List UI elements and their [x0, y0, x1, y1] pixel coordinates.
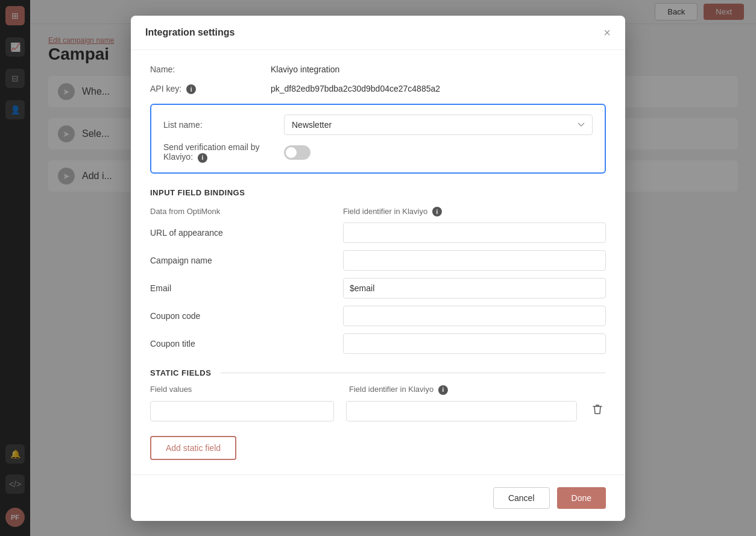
name-label: Name:	[150, 65, 271, 74]
api-key-label: API key: i	[150, 84, 271, 95]
static-field-value-input-1[interactable]	[150, 401, 334, 421]
name-value: Klaviyo integration	[271, 65, 339, 74]
field-identifier-header: Field identifier in Klaviyo i	[343, 207, 442, 217]
static-field-identifier-header: Field identifier in Klaviyo i	[349, 385, 448, 395]
add-static-field-button[interactable]: Add static field	[150, 436, 236, 460]
modal-title: Integration settings	[145, 27, 235, 38]
modal-footer: Cancel Done	[131, 475, 625, 521]
static-field-values-header: Field values	[150, 385, 337, 395]
list-name-label: List name:	[163, 120, 284, 130]
static-col-headers: Field values Field identifier in Klaviyo…	[150, 385, 606, 395]
static-fields-section: STATIC FIELDS Field values Field identif…	[150, 368, 606, 460]
close-button[interactable]: ×	[603, 27, 611, 39]
binding-row-coupon-code: Coupon code	[150, 306, 606, 326]
list-name-row: List name: Newsletter List 2 List 3	[163, 115, 593, 135]
input-bindings-section: INPUT FIELD BINDINGS Data from OptiMonk …	[150, 188, 606, 355]
api-key-row: API key: i pk_df82edb97bdba2c30d9bd04ce2…	[150, 84, 606, 95]
static-field-identifier-info-icon[interactable]: i	[438, 385, 448, 395]
field-identifier-info-icon[interactable]: i	[432, 207, 442, 216]
cancel-button[interactable]: Cancel	[493, 487, 550, 509]
done-button[interactable]: Done	[557, 487, 606, 509]
binding-label-campaign: Campaign name	[150, 256, 331, 265]
name-row: Name: Klaviyo integration	[150, 65, 606, 74]
data-from-header: Data from OptiMonk	[150, 207, 331, 217]
static-divider	[221, 373, 606, 373]
api-key-info-icon[interactable]: i	[186, 84, 196, 94]
trash-icon	[591, 403, 603, 415]
binding-input-url[interactable]	[343, 222, 606, 243]
send-verification-toggle[interactable]	[284, 145, 310, 160]
binding-input-coupon-code[interactable]	[343, 306, 606, 326]
binding-label-url: URL of appearance	[150, 228, 331, 238]
binding-input-email[interactable]	[343, 278, 606, 298]
integration-settings-modal: Integration settings × Name: Klaviyo int…	[131, 16, 625, 521]
delete-static-field-button-1[interactable]	[589, 401, 606, 421]
toggle-slider	[284, 145, 310, 160]
send-verification-label: Send verification email by Klaviyo: i	[163, 142, 284, 163]
binding-input-coupon-title[interactable]	[343, 333, 606, 354]
modal-body: Name: Klaviyo integration API key: i pk_…	[131, 50, 625, 475]
input-bindings-heading: INPUT FIELD BINDINGS	[150, 188, 606, 197]
binding-label-email: Email	[150, 283, 331, 293]
static-field-identifier-input-1[interactable]	[346, 401, 577, 421]
binding-row-email: Email	[150, 278, 606, 298]
binding-row-coupon-title: Coupon title	[150, 333, 606, 354]
static-field-row-1	[150, 401, 606, 421]
binding-column-headers: Data from OptiMonk Field identifier in K…	[150, 207, 606, 217]
blue-outlined-section: List name: Newsletter List 2 List 3 Send…	[150, 104, 606, 174]
api-key-value: pk_df82edb97bdba2c30d9bd04ce27c4885a2	[271, 84, 440, 93]
static-fields-heading: STATIC FIELDS	[150, 368, 211, 377]
binding-row-campaign: Campaign name	[150, 250, 606, 271]
binding-input-campaign[interactable]	[343, 250, 606, 271]
list-name-select[interactable]: Newsletter List 2 List 3	[284, 115, 593, 135]
send-verification-info-icon[interactable]: i	[198, 153, 207, 163]
binding-label-coupon-code: Coupon code	[150, 311, 331, 321]
send-verification-row: Send verification email by Klaviyo: i	[163, 142, 593, 163]
modal-header: Integration settings ×	[131, 16, 625, 50]
modal-overlay: Integration settings × Name: Klaviyo int…	[0, 0, 756, 536]
binding-row-url: URL of appearance	[150, 222, 606, 243]
binding-label-coupon-title: Coupon title	[150, 339, 331, 348]
static-header-row: STATIC FIELDS	[150, 368, 606, 377]
